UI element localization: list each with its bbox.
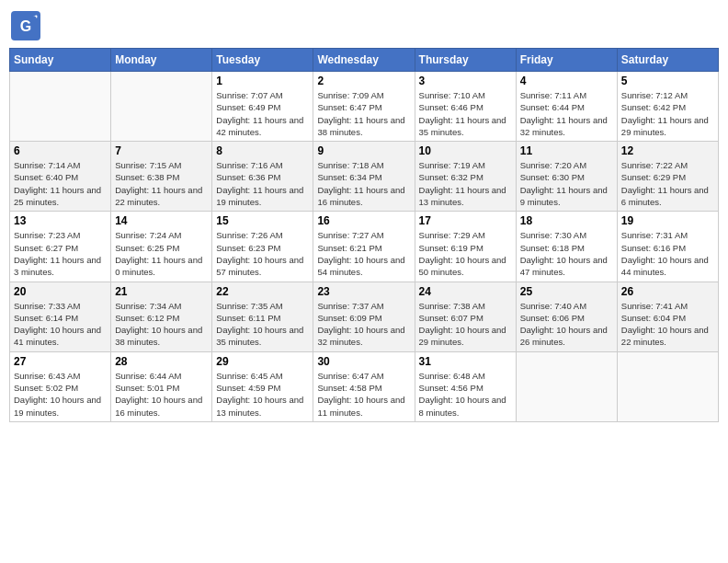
calendar-cell: 1Sunrise: 7:07 AM Sunset: 6:49 PM Daylig… (212, 72, 313, 142)
calendar-cell: 26Sunrise: 7:41 AM Sunset: 6:04 PM Dayli… (617, 282, 718, 351)
calendar-table: SundayMondayTuesdayWednesdayThursdayFrid… (9, 48, 719, 422)
day-number: 14 (115, 214, 208, 227)
day-number: 1 (216, 75, 309, 87)
day-info: Sunrise: 7:37 AM Sunset: 6:09 PM Dayligh… (317, 300, 410, 349)
day-info: Sunrise: 7:14 AM Sunset: 6:40 PM Dayligh… (14, 159, 107, 208)
week-row-4: 20Sunrise: 7:33 AM Sunset: 6:14 PM Dayli… (10, 282, 719, 351)
day-number: 26 (621, 285, 714, 298)
calendar-cell: 25Sunrise: 7:40 AM Sunset: 6:06 PM Dayli… (516, 282, 617, 351)
calendar-cell: 27Sunrise: 6:43 AM Sunset: 5:02 PM Dayli… (10, 351, 111, 421)
calendar-cell: 24Sunrise: 7:38 AM Sunset: 6:07 PM Dayli… (415, 282, 516, 351)
calendar-cell: 6Sunrise: 7:14 AM Sunset: 6:40 PM Daylig… (10, 142, 111, 212)
calendar-cell (617, 351, 718, 421)
day-number: 7 (115, 144, 208, 157)
calendar-cell: 20Sunrise: 7:33 AM Sunset: 6:14 PM Dayli… (10, 282, 111, 351)
day-number: 15 (216, 214, 309, 227)
svg-text:G: G (20, 18, 31, 34)
day-info: Sunrise: 7:35 AM Sunset: 6:11 PM Dayligh… (216, 300, 309, 349)
calendar-cell: 18Sunrise: 7:30 AM Sunset: 6:18 PM Dayli… (516, 212, 617, 282)
day-info: Sunrise: 7:07 AM Sunset: 6:49 PM Dayligh… (216, 89, 309, 138)
week-row-5: 27Sunrise: 6:43 AM Sunset: 5:02 PM Dayli… (10, 351, 719, 421)
calendar-cell: 4Sunrise: 7:11 AM Sunset: 6:44 PM Daylig… (516, 72, 617, 142)
day-number: 11 (520, 144, 613, 157)
week-row-2: 6Sunrise: 7:14 AM Sunset: 6:40 PM Daylig… (10, 142, 719, 212)
week-row-1: 1Sunrise: 7:07 AM Sunset: 6:49 PM Daylig… (10, 72, 719, 142)
day-number: 8 (216, 144, 309, 157)
day-number: 16 (317, 214, 410, 227)
day-info: Sunrise: 7:16 AM Sunset: 6:36 PM Dayligh… (216, 159, 309, 208)
day-number: 10 (419, 144, 512, 157)
day-info: Sunrise: 7:23 AM Sunset: 6:27 PM Dayligh… (14, 229, 107, 278)
day-number: 25 (520, 285, 613, 298)
day-number: 22 (216, 285, 309, 298)
day-number: 28 (115, 355, 208, 368)
day-info: Sunrise: 7:24 AM Sunset: 6:25 PM Dayligh… (115, 229, 208, 278)
day-number: 4 (520, 75, 613, 87)
calendar-cell: 22Sunrise: 7:35 AM Sunset: 6:11 PM Dayli… (212, 282, 313, 351)
calendar-cell: 23Sunrise: 7:37 AM Sunset: 6:09 PM Dayli… (313, 282, 415, 351)
day-info: Sunrise: 7:34 AM Sunset: 6:12 PM Dayligh… (115, 300, 208, 349)
day-info: Sunrise: 7:11 AM Sunset: 6:44 PM Dayligh… (520, 89, 613, 138)
day-info: Sunrise: 7:09 AM Sunset: 6:47 PM Dayligh… (317, 89, 410, 138)
day-info: Sunrise: 7:40 AM Sunset: 6:06 PM Dayligh… (520, 300, 613, 349)
day-number: 29 (216, 355, 309, 368)
calendar-cell: 5Sunrise: 7:12 AM Sunset: 6:42 PM Daylig… (617, 72, 718, 142)
calendar-cell: 30Sunrise: 6:47 AM Sunset: 4:58 PM Dayli… (313, 351, 415, 421)
day-number: 19 (621, 214, 714, 227)
calendar-header: SundayMondayTuesdayWednesdayThursdayFrid… (10, 49, 719, 72)
day-number: 6 (14, 144, 107, 157)
calendar-cell: 15Sunrise: 7:26 AM Sunset: 6:23 PM Dayli… (212, 212, 313, 282)
day-number: 9 (317, 144, 410, 157)
calendar-cell: 9Sunrise: 7:18 AM Sunset: 6:34 PM Daylig… (313, 142, 415, 212)
day-info: Sunrise: 7:19 AM Sunset: 6:32 PM Dayligh… (419, 159, 512, 208)
day-info: Sunrise: 7:15 AM Sunset: 6:38 PM Dayligh… (115, 159, 208, 208)
header-day-sunday: Sunday (10, 49, 111, 72)
day-info: Sunrise: 7:22 AM Sunset: 6:29 PM Dayligh… (621, 159, 714, 208)
day-number: 13 (14, 214, 107, 227)
week-row-3: 13Sunrise: 7:23 AM Sunset: 6:27 PM Dayli… (10, 212, 719, 282)
header-day-friday: Friday (516, 49, 617, 72)
day-info: Sunrise: 7:26 AM Sunset: 6:23 PM Dayligh… (216, 229, 309, 278)
day-number: 3 (419, 75, 512, 87)
calendar-cell: 10Sunrise: 7:19 AM Sunset: 6:32 PM Dayli… (415, 142, 516, 212)
header-day-wednesday: Wednesday (313, 49, 415, 72)
calendar-cell: 3Sunrise: 7:10 AM Sunset: 6:46 PM Daylig… (415, 72, 516, 142)
calendar-cell: 29Sunrise: 6:45 AM Sunset: 4:59 PM Dayli… (212, 351, 313, 421)
day-info: Sunrise: 7:33 AM Sunset: 6:14 PM Dayligh… (14, 300, 107, 349)
day-info: Sunrise: 6:47 AM Sunset: 4:58 PM Dayligh… (317, 370, 410, 419)
day-info: Sunrise: 7:29 AM Sunset: 6:19 PM Dayligh… (419, 229, 512, 278)
day-info: Sunrise: 7:27 AM Sunset: 6:21 PM Dayligh… (317, 229, 410, 278)
day-number: 23 (317, 285, 410, 298)
logo-icon: G (9, 9, 42, 42)
logo: G (9, 9, 44, 42)
calendar-cell: 8Sunrise: 7:16 AM Sunset: 6:36 PM Daylig… (212, 142, 313, 212)
day-number: 27 (14, 355, 107, 368)
day-info: Sunrise: 7:12 AM Sunset: 6:42 PM Dayligh… (621, 89, 714, 138)
header-day-saturday: Saturday (617, 49, 718, 72)
calendar-cell: 14Sunrise: 7:24 AM Sunset: 6:25 PM Dayli… (111, 212, 212, 282)
calendar-cell: 31Sunrise: 6:48 AM Sunset: 4:56 PM Dayli… (415, 351, 516, 421)
day-number: 20 (14, 285, 107, 298)
header-row: SundayMondayTuesdayWednesdayThursdayFrid… (10, 49, 719, 72)
header-day-thursday: Thursday (415, 49, 516, 72)
day-number: 5 (621, 75, 714, 87)
day-number: 30 (317, 355, 410, 368)
day-info: Sunrise: 7:20 AM Sunset: 6:30 PM Dayligh… (520, 159, 613, 208)
day-number: 31 (419, 355, 512, 368)
page-header: G (9, 9, 719, 42)
header-day-monday: Monday (111, 49, 212, 72)
calendar-cell (111, 72, 212, 142)
day-info: Sunrise: 6:43 AM Sunset: 5:02 PM Dayligh… (14, 370, 107, 419)
calendar-cell: 19Sunrise: 7:31 AM Sunset: 6:16 PM Dayli… (617, 212, 718, 282)
day-number: 21 (115, 285, 208, 298)
day-number: 24 (419, 285, 512, 298)
calendar-cell (10, 72, 111, 142)
calendar-cell: 13Sunrise: 7:23 AM Sunset: 6:27 PM Dayli… (10, 212, 111, 282)
day-info: Sunrise: 6:48 AM Sunset: 4:56 PM Dayligh… (419, 370, 512, 419)
day-info: Sunrise: 7:38 AM Sunset: 6:07 PM Dayligh… (419, 300, 512, 349)
day-number: 12 (621, 144, 714, 157)
day-number: 17 (419, 214, 512, 227)
calendar-cell: 12Sunrise: 7:22 AM Sunset: 6:29 PM Dayli… (617, 142, 718, 212)
day-info: Sunrise: 6:44 AM Sunset: 5:01 PM Dayligh… (115, 370, 208, 419)
calendar-cell: 7Sunrise: 7:15 AM Sunset: 6:38 PM Daylig… (111, 142, 212, 212)
